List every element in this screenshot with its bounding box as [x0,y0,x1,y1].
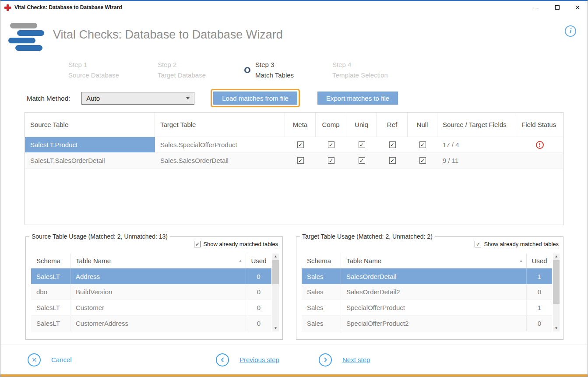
target-table-cell[interactable]: Sales.SpecialOfferProduct [155,137,285,152]
page-title: Vital Checks: Database to Database Wizar… [53,28,283,42]
col-source-target-fields[interactable]: Source / Target Fields [437,113,516,137]
target-usage-row[interactable]: SalesSpecialOfferProduct20 [302,316,552,331]
target-usage-scrollbar[interactable]: ▲ ▼ [553,254,560,331]
target-usage-row[interactable]: SalesSpecialOfferProduct1 [302,300,552,316]
source-usage-row[interactable]: SalesLTAddress0 [31,268,271,284]
checkbox-checked-icon[interactable]: ✓ [328,157,334,164]
match-table-row[interactable]: SalesLT.ProductSales.SpecialOfferProduct… [25,137,563,153]
col-source-table[interactable]: Source Table [25,113,155,137]
col-ref[interactable]: Ref [377,113,408,137]
checkbox-checked-icon[interactable]: ✓ [297,141,304,148]
col-schema[interactable]: Schema [302,254,341,268]
field-status-cell [516,153,563,168]
target-usage-box: Target Table Usage (Matched: 2, Unmatche… [296,236,563,340]
info-icon[interactable]: i [565,25,576,37]
checkbox-checked-icon[interactable]: ✓ [419,141,426,148]
source-table-cell[interactable]: SalesLT.Product [25,137,155,152]
close-button[interactable]: ✕ [567,1,588,14]
source-usage-table: Schema Table Name ▲ Used SalesLTAddress0… [31,254,279,331]
previous-step-label: Previous step [239,356,279,363]
source-usage-scrollbar[interactable]: ▲ ▼ [272,254,279,331]
checkbox-checked-icon[interactable]: ✓ [359,141,365,148]
scroll-up-icon[interactable]: ▲ [555,254,558,260]
field-status-cell: ! [516,137,563,152]
source-usage-row[interactable]: SalesLTCustomer0 [31,300,271,316]
show-matched-target-toggle[interactable]: ✓ Show already matched tables [475,241,559,247]
schema-cell: Sales [302,268,341,284]
checkbox-checked-icon[interactable]: ✓ [194,241,201,247]
error-icon[interactable]: ! [536,141,544,149]
source-usage-title: Source Table Usage (Matched: 2, Unmatche… [29,233,170,240]
window-controls: – ✕ [527,1,588,14]
app-header: Vital Checks: Database to Database Wizar… [0,14,588,60]
scroll-down-icon[interactable]: ▼ [274,325,278,331]
minimize-button[interactable]: – [527,1,547,14]
col-target-table[interactable]: Target Table [155,113,285,137]
checkbox-checked-icon[interactable]: ✓ [297,157,304,164]
col-uniq[interactable]: Uniq [346,113,377,137]
col-null[interactable]: Null [408,113,437,137]
step-1: Step 1Source Database [68,60,119,81]
used-cell: 0 [527,284,552,299]
minimize-icon: – [535,4,539,11]
source-usage-row[interactable]: dboBuildVersion0 [31,284,271,300]
checkbox-checked-icon[interactable]: ✓ [359,157,365,164]
checkbox-checked-icon[interactable]: ✓ [328,141,334,148]
load-matches-button[interactable]: Load matches from file [213,92,297,105]
highlight-annotation: Load matches from file [211,89,300,107]
col-field-status[interactable]: Field Status [516,113,563,137]
check-cell-uniq: ✓ [346,153,377,168]
check-cell-ref: ✓ [377,137,408,152]
match-table-header: Source Table Target Table Meta Comp Uniq… [25,113,563,137]
target-table-cell[interactable]: Sales.SalesOrderDetail [155,153,285,168]
scrollbar-thumb[interactable] [272,260,279,284]
col-used[interactable]: Used [246,254,271,268]
check-cell-uniq: ✓ [346,137,377,152]
col-table-name[interactable]: Table Name ▲ [70,254,246,268]
step-name: Source Database [68,70,119,81]
export-matches-button[interactable]: Export matches to file [317,92,398,105]
match-method-dropdown[interactable]: Auto [81,92,194,105]
col-used[interactable]: Used [527,254,552,268]
target-usage-row[interactable]: SalesSalesOrderDetail20 [302,284,552,300]
used-cell: 0 [527,316,552,331]
target-usage-table: Schema Table Name ▲ Used SalesSalesOrder… [302,254,560,331]
check-cell-meta: ✓ [285,153,316,168]
col-comp[interactable]: Comp [316,113,346,137]
target-usage-row[interactable]: SalesSalesOrderDetail1 [302,268,552,284]
match-table-row[interactable]: SalesLT.SalesOrderDetailSales.SalesOrder… [25,153,563,169]
active-step-icon [244,67,250,73]
scrollbar-thumb[interactable] [553,260,560,304]
target-usage-header: Schema Table Name ▲ Used [302,254,552,268]
used-cell: 0 [246,300,271,315]
col-table-name[interactable]: Table Name ▲ [341,254,527,268]
checkbox-checked-icon[interactable]: ✓ [389,157,396,164]
usage-section: Source Table Usage (Matched: 2, Unmatche… [25,236,563,340]
next-step-button[interactable]: › Next step [319,353,370,366]
checkbox-checked-icon[interactable]: ✓ [475,241,481,247]
check-cell-ref: ✓ [377,153,408,168]
col-schema[interactable]: Schema [31,254,70,268]
step-name: Match Tables [255,70,294,81]
titlebar[interactable]: Vital Checks: Database to Database Wizar… [0,1,588,14]
source-table-cell[interactable]: SalesLT.SalesOrderDetail [25,153,155,168]
checkbox-checked-icon[interactable]: ✓ [419,157,426,164]
show-matched-source-toggle[interactable]: ✓ Show already matched tables [194,241,278,247]
step-3: Step 3Match Tables [244,60,294,81]
maximize-button[interactable] [547,1,567,14]
table-name-cell: SpecialOfferProduct2 [341,316,527,331]
previous-step-button[interactable]: ‹ Previous step [216,353,279,366]
table-name-cell: SalesOrderDetail [341,268,527,284]
scroll-up-icon[interactable]: ▲ [274,254,278,260]
check-cell-meta: ✓ [285,137,316,152]
scroll-down-icon[interactable]: ▼ [555,325,558,331]
cancel-circle-icon: ✕ [28,353,41,366]
source-usage-row[interactable]: SalesLTCustomerAddress0 [31,316,271,331]
close-icon: ✕ [575,4,580,11]
match-table-body: SalesLT.ProductSales.SpecialOfferProduct… [25,137,563,169]
app-logo-icon [6,23,47,58]
table-name-cell: Address [70,268,246,284]
col-meta[interactable]: Meta [285,113,316,137]
cancel-button[interactable]: ✕ Cancel [28,353,72,366]
checkbox-checked-icon[interactable]: ✓ [389,141,396,148]
